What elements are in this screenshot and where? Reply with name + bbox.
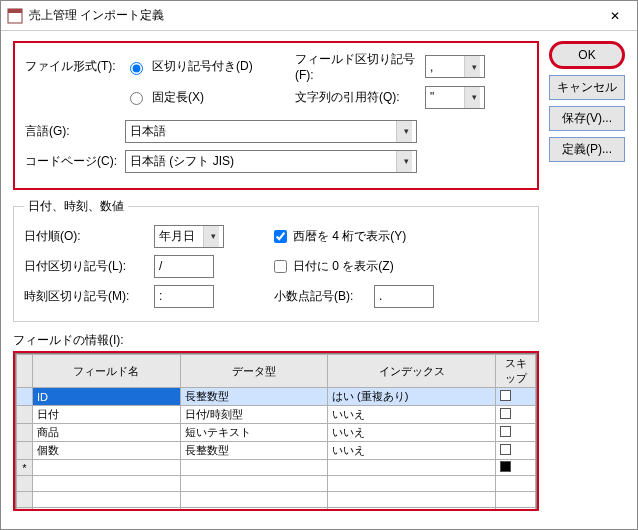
table-row[interactable]: ID 長整数型 はい (重複あり) (17, 388, 536, 406)
four-digit-label: 西暦を 4 桁で表示(Y) (293, 228, 406, 245)
chevron-down-icon: ▾ (464, 56, 480, 77)
field-delim-value: , (430, 60, 433, 74)
table-row[interactable]: 日付 日付/時刻型 いいえ (17, 406, 536, 424)
chevron-down-icon: ▾ (464, 87, 480, 108)
cell-index[interactable]: いいえ (328, 406, 496, 424)
table-row[interactable]: 個数 長整数型 いいえ (17, 442, 536, 460)
radio-fixed[interactable] (130, 92, 143, 105)
titlebar: 売上管理 インポート定義 ✕ (1, 1, 637, 31)
leading-zero-label: 日付に 0 を表示(Z) (293, 258, 394, 275)
file-format-label: ファイル形式(T): (25, 58, 125, 75)
chevron-down-icon: ▾ (203, 226, 219, 247)
fields-grid-scroll[interactable]: フィールド名 データ型 インデックス スキップ ID 長整数型 はい (重複あり… (15, 353, 537, 511)
time-delim-input[interactable] (154, 285, 214, 308)
field-delim-label: フィールド区切り記号(F): (295, 51, 425, 82)
four-digit-checkbox[interactable] (274, 230, 287, 243)
close-button[interactable]: ✕ (593, 1, 637, 31)
cancel-button[interactable]: キャンセル (549, 75, 625, 100)
table-row-new[interactable]: * (17, 460, 536, 476)
svg-rect-1 (8, 9, 22, 13)
col-index[interactable]: インデックス (328, 355, 496, 388)
cell-name[interactable]: 個数 (33, 442, 181, 460)
cell-skip[interactable] (496, 424, 536, 442)
date-delim-label: 日付区切り記号(L): (24, 258, 154, 275)
time-delim-label: 時刻区切り記号(M): (24, 288, 154, 305)
date-order-value: 年月日 (159, 228, 195, 245)
chevron-down-icon: ▾ (396, 121, 412, 142)
cell-skip[interactable] (496, 442, 536, 460)
window-title: 売上管理 インポート定義 (29, 7, 164, 24)
date-order-select[interactable]: 年月日 ▾ (154, 225, 224, 248)
decimal-label: 小数点記号(B): (274, 288, 374, 305)
col-name[interactable]: フィールド名 (33, 355, 181, 388)
format-section: ファイル形式(T): 区切り記号付き(D) フィールド区切り記号(F): , ▾ (13, 41, 539, 190)
radio-fixed-label: 固定長(X) (152, 89, 204, 106)
cell-index[interactable]: いいえ (328, 424, 496, 442)
datetime-legend: 日付、時刻、数値 (24, 198, 128, 215)
cell-type[interactable]: 長整数型 (180, 388, 328, 406)
radio-delimited-label: 区切り記号付き(D) (152, 58, 253, 75)
codepage-value: 日本語 (シフト JIS) (130, 153, 234, 170)
language-label: 言語(G): (25, 123, 125, 140)
close-icon: ✕ (610, 9, 620, 23)
cell-index[interactable]: はい (重複あり) (328, 388, 496, 406)
cell-skip[interactable] (496, 388, 536, 406)
cell-name[interactable]: 日付 (33, 406, 181, 424)
fields-grid[interactable]: フィールド名 データ型 インデックス スキップ ID 長整数型 はい (重複あり… (16, 354, 536, 511)
language-select[interactable]: 日本語 ▾ (125, 120, 417, 143)
cell-name[interactable]: 商品 (33, 424, 181, 442)
fields-info-label: フィールドの情報(I): (13, 332, 539, 349)
cell-name[interactable]: ID (33, 388, 181, 406)
cell-index[interactable]: いいえ (328, 442, 496, 460)
fields-grid-wrap: フィールド名 データ型 インデックス スキップ ID 長整数型 はい (重複あり… (13, 351, 539, 511)
codepage-select[interactable]: 日本語 (シフト JIS) ▾ (125, 150, 417, 173)
datetime-group: 日付、時刻、数値 日付順(O): 年月日 ▾ 西暦を 4 桁で表示(Y) 日付区… (13, 198, 539, 322)
save-button[interactable]: 保存(V)... (549, 106, 625, 131)
decimal-input[interactable] (374, 285, 434, 308)
leading-zero-checkbox[interactable] (274, 260, 287, 273)
text-qualifier-select[interactable]: " ▾ (425, 86, 485, 109)
chevron-down-icon: ▾ (396, 151, 412, 172)
cell-skip[interactable] (496, 460, 536, 476)
field-delim-select[interactable]: , ▾ (425, 55, 485, 78)
language-value: 日本語 (130, 123, 166, 140)
app-icon (7, 8, 23, 24)
col-type[interactable]: データ型 (180, 355, 328, 388)
text-qualifier-label: 文字列の引用符(Q): (295, 89, 425, 106)
codepage-label: コードページ(C): (25, 153, 125, 170)
radio-delimited[interactable] (130, 62, 143, 75)
ok-button[interactable]: OK (549, 41, 625, 69)
text-qualifier-value: " (430, 90, 434, 104)
table-row[interactable]: 商品 短いテキスト いいえ (17, 424, 536, 442)
define-button[interactable]: 定義(P)... (549, 137, 625, 162)
date-delim-input[interactable] (154, 255, 214, 278)
col-skip[interactable]: スキップ (496, 355, 536, 388)
cell-type[interactable]: 短いテキスト (180, 424, 328, 442)
cell-skip[interactable] (496, 406, 536, 424)
cell-type[interactable]: 長整数型 (180, 442, 328, 460)
date-order-label: 日付順(O): (24, 228, 154, 245)
cell-type[interactable]: 日付/時刻型 (180, 406, 328, 424)
